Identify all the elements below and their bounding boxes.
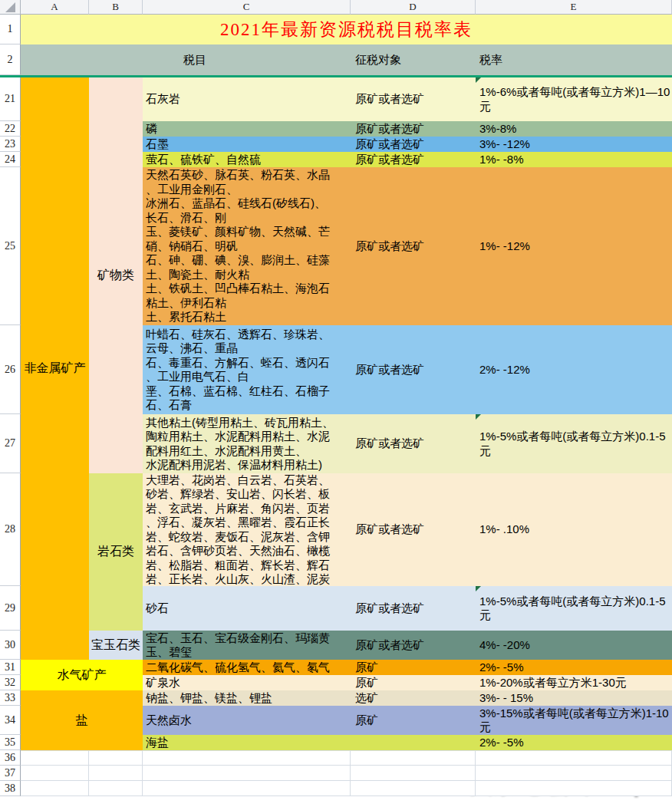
cell-C34[interactable]: 天然卤水 xyxy=(143,706,351,735)
col-header-C[interactable]: C xyxy=(143,0,351,15)
cell-C27[interactable]: 其他粘土(铸型用粘土、砖瓦用粘土、 陶粒用粘土、水泥配料用粘土、水泥 配料用红土… xyxy=(143,414,351,473)
cell-E38[interactable] xyxy=(476,781,672,796)
row-header-30[interactable]: 30 xyxy=(0,631,21,660)
cell-C32[interactable]: 矿泉水 xyxy=(143,675,351,690)
row-header-27[interactable]: 27 xyxy=(0,414,21,473)
table-header-row: 税目 征税对象 税率 xyxy=(21,44,672,75)
cell-E33[interactable]: 3%- - 15% xyxy=(476,690,672,706)
cell-D27[interactable]: 原矿或者选矿 xyxy=(351,414,476,473)
cell-C37[interactable] xyxy=(143,766,351,781)
row-header-35[interactable]: 35 xyxy=(0,735,21,750)
cell-A36[interactable] xyxy=(21,750,89,766)
cell-C38[interactable] xyxy=(143,781,351,796)
sheet-title-cell[interactable]: 2021年最新资源税税目税率表 xyxy=(21,15,672,44)
cell-C23[interactable]: 石墨 xyxy=(143,137,351,152)
row-header-34[interactable]: 34 xyxy=(0,706,21,735)
cell-D22[interactable]: 原矿或者选矿 xyxy=(351,121,476,137)
cell-D25[interactable]: 原矿或者选矿 xyxy=(351,167,476,325)
cell-D30[interactable]: 原矿或者选矿 xyxy=(351,631,476,660)
row-header-38[interactable]: 38 xyxy=(0,781,21,796)
header-cell-tax-item[interactable]: 税目 xyxy=(183,44,206,75)
cell-E31[interactable]: 2%- -5% xyxy=(476,660,672,675)
cell-E30[interactable]: 4%- -20% xyxy=(476,631,672,660)
category-cell-b-1[interactable]: 岩石类 xyxy=(89,473,143,631)
cell-C21[interactable]: 石灰岩 xyxy=(143,77,351,121)
row-header-37[interactable]: 37 xyxy=(0,766,21,781)
row-header-22[interactable]: 22 xyxy=(0,121,21,137)
row-header-31[interactable]: 31 xyxy=(0,660,21,675)
row-header-21[interactable]: 21 xyxy=(0,77,21,121)
cell-D37[interactable] xyxy=(351,766,476,781)
cell-E35[interactable]: 2%- -5% xyxy=(476,735,672,750)
cell-E24[interactable]: 1%- -8% xyxy=(476,152,672,167)
cell-D29[interactable]: 原矿或者选矿 xyxy=(351,586,476,631)
cell-B38[interactable] xyxy=(89,781,143,796)
header-cell-tax-rate[interactable]: 税率 xyxy=(479,44,502,75)
cell-D26[interactable]: 原矿或者选矿 xyxy=(351,325,476,414)
select-all-cell[interactable] xyxy=(0,0,21,15)
row-header-33[interactable]: 33 xyxy=(0,690,21,706)
error-indicator-icon xyxy=(476,586,481,591)
row-header-32[interactable]: 32 xyxy=(0,675,21,690)
select-all-triangle-icon xyxy=(5,2,15,12)
cell-E27[interactable]: 1%-5%或者每吨(或者每立方米)0.1-5元 xyxy=(476,414,672,473)
cell-C33[interactable]: 钠盐、钾盐、镁盐、锂盐 xyxy=(143,690,351,706)
cell-E22[interactable]: 3%-8% xyxy=(476,121,672,137)
cell-C28[interactable]: 大理岩、花岗岩、白云岩、石英岩、 砂岩、辉绿岩、安山岩、闪长岩、板 岩、玄武岩、… xyxy=(143,473,351,586)
row-header-2[interactable]: 2 xyxy=(0,44,21,75)
cell-D21[interactable]: 原矿或者选矿 xyxy=(351,77,476,121)
cell-A38[interactable] xyxy=(21,781,89,796)
cell-D23[interactable]: 原矿或者选矿 xyxy=(351,137,476,152)
cell-D28[interactable]: 原矿或者选矿 xyxy=(351,473,476,586)
cell-C31[interactable]: 二氧化碳气、硫化氢气、氦气、氡气 xyxy=(143,660,351,675)
row-header-26[interactable]: 26 xyxy=(0,325,21,414)
cell-E36[interactable] xyxy=(476,750,672,766)
cell-C30[interactable]: 宝石、玉石、宝石级金刚石、玛瑙黄 玉、碧玺 xyxy=(143,631,351,660)
row-header-25[interactable]: 25 xyxy=(0,167,21,325)
category-cell-a-1[interactable]: 水气矿产 xyxy=(21,660,143,690)
cell-D33[interactable]: 选矿 xyxy=(351,690,476,706)
col-header-E[interactable]: E xyxy=(476,0,672,15)
cell-C24[interactable]: 萤石、硫铁矿、自然硫 xyxy=(143,152,351,167)
row-header-1[interactable]: 1 xyxy=(0,15,21,44)
category-cell-a-0[interactable]: 非金属矿产 xyxy=(21,77,89,660)
cell-E32[interactable]: 1%-20%或者每立方米1-30元 xyxy=(476,675,672,690)
cell-E34[interactable]: 3%-15%或者每吨(或者每立方米)1-10元 xyxy=(476,706,672,735)
cell-E29[interactable]: 1%-5%或者每吨(或者每立方米)0.1-5元 xyxy=(476,586,672,631)
row-header-36[interactable]: 36 xyxy=(0,750,21,766)
cell-C36[interactable] xyxy=(143,750,351,766)
row-header-29[interactable]: 29 xyxy=(0,586,21,631)
cell-D36[interactable] xyxy=(351,750,476,766)
cell-D38[interactable] xyxy=(351,781,476,796)
cell-C22[interactable]: 磷 xyxy=(143,121,351,137)
cell-E26[interactable]: 2%- -12% xyxy=(476,325,672,414)
cell-B37[interactable] xyxy=(89,766,143,781)
error-indicator-icon xyxy=(476,77,481,83)
cell-E28[interactable]: 1%- .10% xyxy=(476,473,672,586)
cell-D24[interactable]: 原矿或者选矿 xyxy=(351,152,476,167)
category-cell-b-2[interactable]: 宝玉石类 xyxy=(89,631,143,660)
cell-C35[interactable]: 海盐 xyxy=(143,735,351,750)
row-header-28[interactable]: 28 xyxy=(0,473,21,586)
col-header-D[interactable]: D xyxy=(351,0,476,15)
row-header-23[interactable]: 23 xyxy=(0,137,21,152)
cell-D35[interactable] xyxy=(351,735,476,750)
cell-E37[interactable] xyxy=(476,766,672,781)
cell-C25[interactable]: 天然石英砂、脉石英、粉石英、水晶 、工业用金刚石、 冰洲石、蓝晶石、硅线石(矽线… xyxy=(143,167,351,325)
col-header-A[interactable]: A xyxy=(21,0,89,15)
cell-C26[interactable]: 叶蜡石、硅灰石、透辉石、珍珠岩、 云母、沸石、重晶 石、毒重石、方解石、蛭石、透… xyxy=(143,325,351,414)
cell-D32[interactable]: 原矿 xyxy=(351,675,476,690)
cell-E23[interactable]: 3%- -12% xyxy=(476,137,672,152)
category-cell-b-0[interactable]: 矿物类 xyxy=(89,77,143,473)
col-header-B[interactable]: B xyxy=(89,0,143,15)
cell-C29[interactable]: 砂石 xyxy=(143,586,351,631)
cell-E21[interactable]: 1%-6%或者每吨(或者每立方米)1—10元 xyxy=(476,77,672,121)
cell-D34[interactable]: 原矿 xyxy=(351,706,476,735)
row-header-24[interactable]: 24 xyxy=(0,152,21,167)
cell-D31[interactable]: 原矿 xyxy=(351,660,476,675)
cell-B36[interactable] xyxy=(89,750,143,766)
category-cell-a-2[interactable]: 盐 xyxy=(21,690,143,750)
cell-A37[interactable] xyxy=(21,766,89,781)
cell-E25[interactable]: 1%- -12% xyxy=(476,167,672,325)
header-cell-tax-object[interactable]: 征税对象 xyxy=(355,44,401,75)
